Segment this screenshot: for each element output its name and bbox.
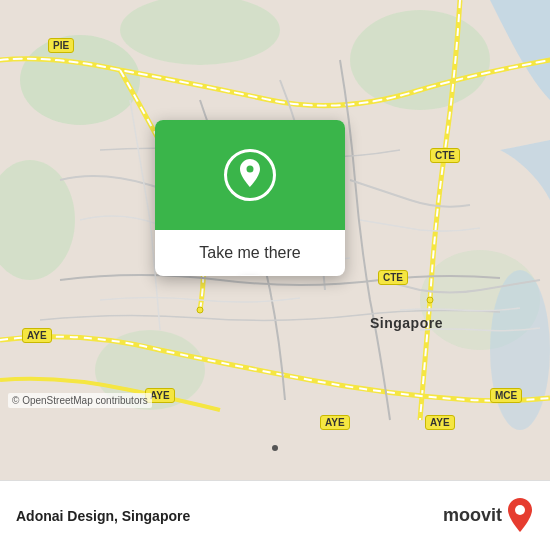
map-copyright: © OpenStreetMap contributors xyxy=(8,393,152,408)
road-label-pie-top: PIE xyxy=(48,38,74,53)
road-label-aye-right: AYE xyxy=(320,415,350,430)
moovit-logo: moovit xyxy=(443,498,534,534)
location-popup-card: Take me there xyxy=(155,120,345,276)
popup-green-area xyxy=(155,120,345,230)
svg-point-9 xyxy=(427,297,433,303)
city-label-singapore: Singapore xyxy=(370,315,443,331)
bottom-bar: Adonai Design, Singapore moovit xyxy=(0,480,550,550)
road-label-mce: MCE xyxy=(490,388,522,403)
svg-point-3 xyxy=(350,10,490,110)
svg-point-8 xyxy=(197,307,203,313)
moovit-pin-icon xyxy=(506,498,534,534)
svg-point-1 xyxy=(20,35,140,125)
popup-pointer xyxy=(240,275,260,276)
svg-point-7 xyxy=(490,270,550,430)
road-label-aye-far-right: AYE xyxy=(425,415,455,430)
location-info: Adonai Design, Singapore xyxy=(16,508,190,524)
road-label-cte-top: CTE xyxy=(430,148,460,163)
take-me-there-button[interactable]: Take me there xyxy=(155,230,345,276)
svg-point-10 xyxy=(515,505,525,515)
road-label-cte-mid: CTE xyxy=(378,270,408,285)
map-container: PIE PIE CTE CTE AYE AYE AYE AYE MCE Sing… xyxy=(0,0,550,480)
location-title: Adonai Design, Singapore xyxy=(16,508,190,524)
moovit-text: moovit xyxy=(443,505,502,526)
location-pin-icon xyxy=(224,149,276,201)
road-label-aye-left: AYE xyxy=(22,328,52,343)
location-dot-marker xyxy=(272,445,278,451)
